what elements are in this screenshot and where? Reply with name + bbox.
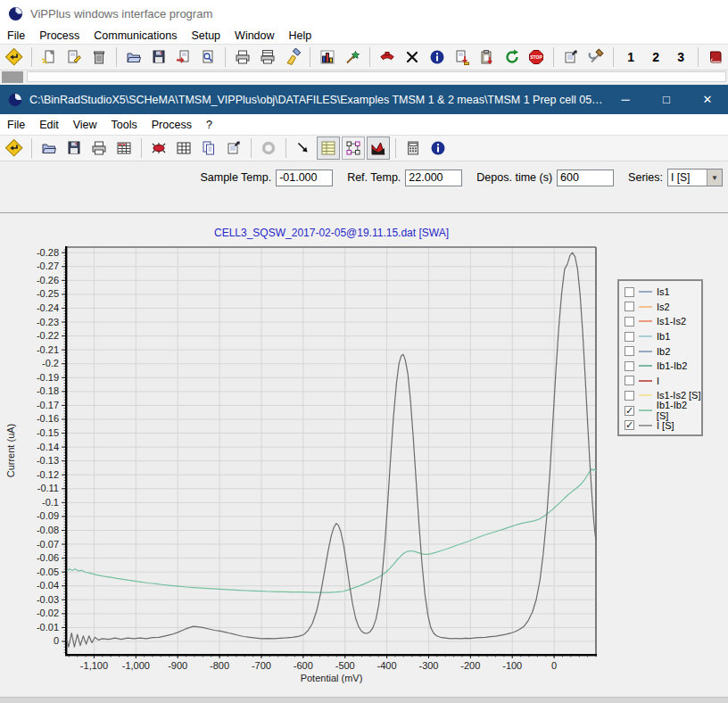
export-doc-button[interactable]: [451, 45, 474, 69]
y-tick-label: -0.18: [37, 385, 59, 396]
save-button[interactable]: [62, 136, 86, 160]
new-doc-icon: [40, 48, 58, 66]
exit-button[interactable]: [3, 45, 26, 69]
doc-menu-edit[interactable]: Edit: [32, 119, 66, 131]
print-all-button[interactable]: [256, 45, 279, 69]
main-menu-process[interactable]: Process: [32, 29, 87, 42]
legend-checkbox-ib1-ib2[interactable]: [625, 361, 634, 371]
legend-line-swatch: [639, 320, 652, 322]
ref-temp-input[interactable]: [405, 170, 462, 186]
y-tick-label: -0.11: [37, 483, 59, 493]
main-menu-setup[interactable]: Setup: [184, 29, 228, 42]
close-button[interactable]: ✕: [687, 85, 728, 114]
info-button[interactable]: [426, 136, 450, 160]
y-tick-label: -0.28: [37, 247, 59, 258]
calculator-button[interactable]: [401, 136, 425, 160]
properties-doc-icon: [225, 139, 243, 157]
doc-menu-[interactable]: ?: [199, 119, 219, 131]
properties-button[interactable]: [559, 45, 583, 69]
main-menu-window[interactable]: Window: [228, 29, 281, 42]
doc-menu-tools[interactable]: Tools: [104, 119, 145, 131]
close-view-button[interactable]: [3, 136, 26, 160]
printer-icon: [90, 139, 108, 157]
main-menu-file[interactable]: File: [0, 29, 32, 42]
send-button[interactable]: [172, 45, 195, 69]
main-menubar: FileProcessCommunicationsSetupWindowHelp: [0, 27, 728, 44]
export-clipboard-button[interactable]: [476, 45, 499, 69]
legend-checkbox-ib1-ib2-s-[interactable]: ✓: [625, 406, 634, 416]
legend-checkbox-i-s-[interactable]: ✓: [625, 420, 634, 430]
main-menu-help[interactable]: Help: [282, 29, 319, 42]
y-tick-label: -0.02: [37, 608, 59, 618]
clean-button[interactable]: [281, 45, 304, 69]
printer-stack-icon: [259, 48, 277, 66]
minimize-button[interactable]: ─: [605, 85, 646, 114]
edit-doc-icon: [65, 48, 83, 66]
legend-checkbox-is1[interactable]: [625, 287, 634, 297]
print-button[interactable]: [231, 45, 254, 69]
info-button[interactable]: [426, 45, 449, 69]
wizard-button[interactable]: [341, 45, 364, 69]
y-tick-label: -0.21: [37, 344, 59, 355]
document-titlebar[interactable]: C:\BinRadStudioX5\SCHeMA\TMSM_VIPPlus\ob…: [0, 85, 728, 114]
device-button[interactable]: [147, 136, 170, 160]
magic-wand-icon: [343, 48, 361, 66]
select-button[interactable]: [292, 136, 315, 160]
command-line[interactable]: [27, 71, 726, 82]
show-flow-button[interactable]: [342, 136, 365, 160]
stop-button[interactable]: STOP: [525, 45, 549, 69]
table-button[interactable]: [172, 136, 195, 160]
data-view-button[interactable]: [112, 136, 136, 160]
copy-button[interactable]: [197, 136, 220, 160]
legend-checkbox-i[interactable]: [625, 376, 634, 385]
series-label: Series:: [628, 171, 663, 184]
legend-checkbox-is1-is2[interactable]: [625, 317, 634, 327]
options-button[interactable]: [584, 45, 608, 69]
preview-button[interactable]: [196, 45, 219, 69]
print-button[interactable]: [87, 136, 111, 160]
doc-menu-file[interactable]: File: [0, 119, 32, 131]
show-chart-button[interactable]: [367, 136, 390, 160]
open-button[interactable]: [37, 136, 61, 160]
document-title: C:\BinRadStudioX5\SCHeMA\TMSM_VIPPlus\ob…: [29, 94, 605, 106]
doc-menu-process[interactable]: Process: [145, 119, 199, 131]
chart-red-icon: [369, 139, 387, 157]
new-button[interactable]: [37, 45, 61, 69]
toolbar-grip[interactable]: [2, 71, 23, 83]
sample-temp-input[interactable]: [276, 170, 333, 186]
legend-checkbox-ib2[interactable]: [625, 346, 634, 356]
toolbar-separator: [251, 138, 252, 158]
chart-button[interactable]: [316, 45, 339, 69]
open-folder-icon: [125, 48, 143, 66]
toolbar-separator: [31, 47, 32, 67]
x-tick-label: -200: [460, 660, 480, 671]
table-header-red-icon: [115, 139, 133, 157]
legend-checkbox-ib1[interactable]: [625, 332, 634, 342]
x-tick-label: -300: [418, 660, 438, 671]
disconnect-button[interactable]: [401, 45, 424, 69]
chevron-down-icon[interactable]: ▼: [707, 170, 722, 186]
legend-line-swatch: [639, 291, 652, 293]
delete-button[interactable]: [87, 45, 111, 69]
help-book-button[interactable]: [704, 45, 727, 69]
refresh-button[interactable]: [257, 136, 280, 160]
book-red-icon: [707, 48, 724, 66]
depos-time-input[interactable]: [557, 170, 614, 186]
view-3-button[interactable]: 3: [669, 45, 692, 69]
toolbar-separator: [116, 47, 117, 67]
view-2-button[interactable]: 2: [644, 45, 667, 69]
series-select[interactable]: I [S] ▼: [667, 169, 723, 186]
legend-checkbox-is1-is2-s-[interactable]: [625, 391, 634, 401]
refresh-button[interactable]: [500, 45, 524, 69]
legend-checkbox-is2[interactable]: [625, 302, 634, 311]
connect-button[interactable]: [376, 45, 399, 69]
view-1-button[interactable]: 1: [619, 45, 642, 69]
show-data-button[interactable]: [317, 136, 340, 160]
doc-menu-view[interactable]: View: [66, 119, 104, 131]
open-button[interactable]: [122, 45, 145, 69]
main-menu-communications[interactable]: Communications: [87, 29, 184, 42]
save-button[interactable]: [147, 45, 170, 69]
edit-button[interactable]: [62, 45, 86, 69]
maximize-button[interactable]: □: [646, 85, 687, 114]
properties-button[interactable]: [222, 136, 245, 160]
